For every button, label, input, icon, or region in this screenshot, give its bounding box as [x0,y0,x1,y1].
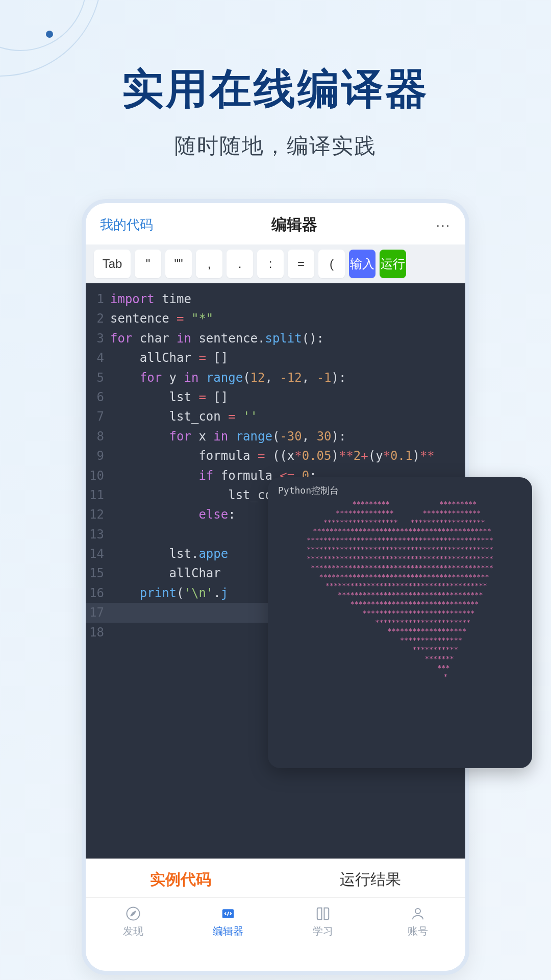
nav-label: 账号 [408,924,428,938]
code-line[interactable]: 3for char in sentence.split(): [86,329,465,348]
code-line[interactable]: 1import time [86,289,465,309]
code-line[interactable]: 9 formula = ((x*0.05)**2+(y*0.1)** [86,446,465,465]
line-number: 9 [86,446,110,465]
compass-icon [124,905,142,922]
key-paren[interactable]: ( [318,250,345,278]
line-number: 10 [86,466,110,485]
run-button[interactable]: 运行 [380,250,406,278]
line-number: 8 [86,427,110,446]
code-line[interactable]: 7 lst_con = '' [86,407,465,426]
nav-discover[interactable]: 发现 [86,905,181,938]
code-line[interactable]: 8 for x in range(-30, 30): [86,427,465,446]
line-number: 12 [86,505,110,524]
line-number: 5 [86,368,110,387]
key-double-quote[interactable]: "" [165,250,192,278]
key-dot[interactable]: . [227,250,253,278]
console-title: Python控制台 [268,484,532,500]
line-number: 13 [86,525,110,544]
key-comma[interactable]: , [196,250,222,278]
nav-study[interactable]: 学习 [276,905,370,938]
code-icon [219,905,237,922]
line-number: 16 [86,583,110,603]
code-line[interactable]: 4 allChar = [] [86,348,465,368]
line-number: 18 [86,623,110,642]
line-number: 6 [86,387,110,407]
nav-label: 编辑器 [213,924,243,938]
key-single-quote[interactable]: '' [135,250,161,278]
bottom-tabs: 实例代码 运行结果 [86,859,465,897]
book-icon [314,905,332,922]
code-line[interactable]: 2sentence = "*" [86,309,465,328]
key-toolbar: Tab '' "" , . : = ( 输入 运行 [86,244,465,283]
svg-point-3 [415,909,420,914]
line-number: 4 [86,348,110,368]
line-number: 1 [86,289,110,309]
nav-label: 学习 [313,924,333,938]
nav-label: 发现 [123,924,143,938]
key-tab[interactable]: Tab [94,250,131,278]
code-line[interactable]: 6 lst = [] [86,387,465,407]
user-icon [409,905,427,922]
console-output: ********* ********* ************** *****… [268,500,532,681]
hero-subtitle: 随时随地，编译实践 [0,132,551,160]
page-title: 编辑器 [271,214,317,235]
line-number: 3 [86,329,110,348]
my-code-link[interactable]: 我的代码 [100,216,153,234]
console-panel: Python控制台 ********* ********* **********… [268,477,532,768]
input-button[interactable]: 输入 [349,250,375,278]
more-icon[interactable]: ··· [436,218,451,232]
app-header: 我的代码 编辑器 ··· [86,203,465,244]
line-number: 15 [86,564,110,583]
tab-run-result[interactable]: 运行结果 [276,869,465,890]
tab-sample-code[interactable]: 实例代码 [86,869,276,890]
hero-title: 实用在线编译器 [0,61,551,117]
code-line[interactable]: 5 for y in range(12, -12, -1): [86,368,465,387]
key-colon[interactable]: : [257,250,284,278]
nav-bar: 发现 编辑器 学习 账号 [86,897,465,971]
line-number: 2 [86,309,110,328]
svg-marker-1 [131,911,136,916]
key-equals[interactable]: = [288,250,314,278]
line-number: 14 [86,544,110,564]
line-number: 11 [86,485,110,505]
line-number: 17 [86,603,110,622]
nav-account[interactable]: 账号 [370,905,465,938]
nav-editor[interactable]: 编辑器 [181,905,276,938]
line-number: 7 [86,407,110,426]
